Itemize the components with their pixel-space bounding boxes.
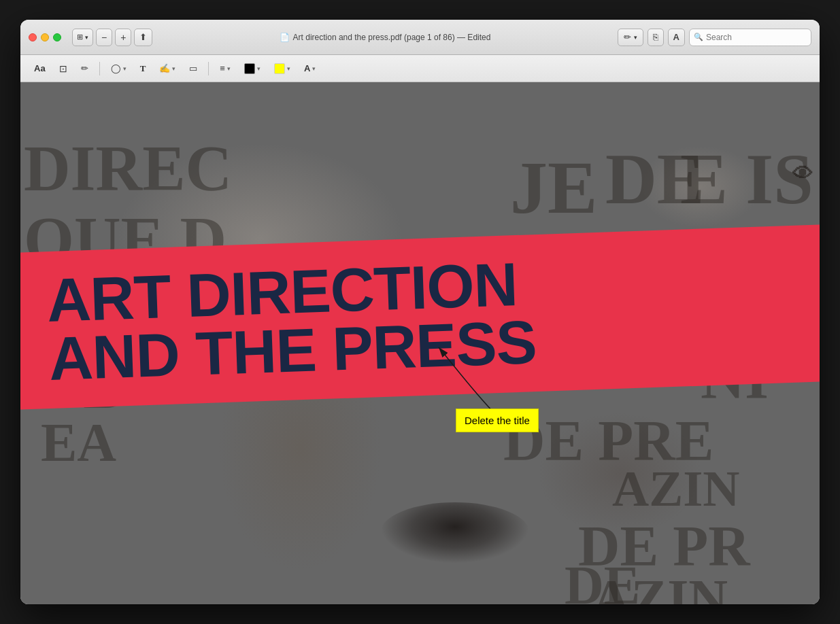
bg-word-azin-1: AZIN [612,463,740,514]
color-fill-button[interactable]: ▾ [239,59,266,78]
annotation-arrow [374,313,524,422]
align-icon: ≡ [220,63,225,73]
window-title: Art direction and the press.pdf (page 1 … [293,33,491,42]
draw-icon: ✏ [81,63,88,73]
mac-window: ⊞ ▾ − + ⬆ 📄 Art direction and the press.… [20,20,820,604]
font-icon: A [304,63,310,73]
bg-word-direc: DIREC [24,137,232,201]
separator-2 [208,62,209,75]
font-arrow-icon: ▾ [312,65,316,72]
sign-icon: ✍ [159,63,170,73]
bg-word-ea: EA [41,415,116,470]
markup-icon: Α [673,32,679,42]
zoom-out-icon: − [101,32,107,43]
sign-arrow-icon: ▾ [172,65,175,72]
separator-1 [99,62,100,75]
text-icon: Aa [34,63,46,73]
doc-icon: 📄 [280,33,290,42]
shapes-tool-button[interactable]: ◯ ▾ [105,59,132,78]
close-button[interactable] [29,33,37,41]
pdf-page: DIREC QUE D Q E D EA LA DIRECTION JE DE … [20,82,820,604]
shapes-arrow-icon: ▾ [123,65,127,72]
text-insert-button[interactable]: T [135,59,152,78]
bg-word-je: JE [510,150,597,225]
copy-icon: ⎘ [653,32,658,42]
duplicate-button[interactable]: ⎘ [648,29,664,46]
markup-button[interactable]: Α [668,29,685,46]
sidebar-chevron: ▾ [85,34,88,41]
window-title-area: 📄 Art direction and the press.pdf (page … [158,33,611,42]
traffic-lights [29,33,61,41]
fill-color-swatch [244,63,255,74]
highlight-color-swatch [274,63,285,74]
minimize-button[interactable] [41,33,49,41]
titlebar: ⊞ ▾ − + ⬆ 📄 Art direction and the press.… [20,20,820,55]
pen-icon: ✏ [624,32,631,42]
sign-tool-button[interactable]: ✍ ▾ [154,59,181,78]
share-icon: ⬆ [139,32,147,42]
annotation-label[interactable]: Delete the title [456,409,539,432]
fill-arrow-icon: ▾ [257,65,261,72]
font-tool-button[interactable]: A ▾ [299,59,321,78]
highlight-color-button[interactable]: ▾ [269,59,296,78]
zoom-in-button[interactable]: + [115,29,131,46]
annotation-toolbar: Aa ⊡ ✏ ◯ ▾ T ✍ ▾ ▭ ≡ ▾ ▾ [20,55,820,82]
search-wrapper: 🔍 [689,29,811,46]
maximize-button[interactable] [53,33,61,41]
highlight-arrow-icon: ▾ [287,65,290,72]
sidebar-toggle-button[interactable]: ⊞ ▾ [72,29,93,46]
draw-tool-button[interactable]: ✏ [75,59,94,78]
titlebar-left-controls: ⊞ ▾ − + ⬆ [72,29,152,46]
pen-chevron: ▾ [634,34,637,41]
text-tool-button[interactable]: Aa [29,59,51,78]
shapes-icon: ◯ [111,63,121,73]
bg-word-eye: 👁 [792,164,813,184]
pdf-content-area[interactable]: DIREC QUE D Q E D EA LA DIRECTION JE DE … [20,82,820,604]
pen-tool-button[interactable]: ✏ ▾ [618,29,643,46]
search-input[interactable] [689,29,811,46]
text-insert-icon: T [140,63,146,74]
rect-icon: ▭ [189,63,197,73]
bg-word-de-bottom: DE [565,558,640,604]
crop-icon: ⊡ [59,63,67,74]
crop-tool-button[interactable]: ⊡ [54,59,73,78]
share-button[interactable]: ⬆ [134,29,152,46]
align-tool-button[interactable]: ≡ ▾ [214,59,236,78]
sidebar-icon: ⊞ [77,33,83,41]
align-arrow-icon: ▾ [227,65,231,72]
titlebar-right-controls: ✏ ▾ ⎘ Α 🔍 [618,29,811,46]
zoom-out-button[interactable]: − [96,29,112,46]
rect-tool-button[interactable]: ▭ [184,59,203,78]
zoom-in-icon: + [120,32,126,43]
face-lips [380,502,530,564]
